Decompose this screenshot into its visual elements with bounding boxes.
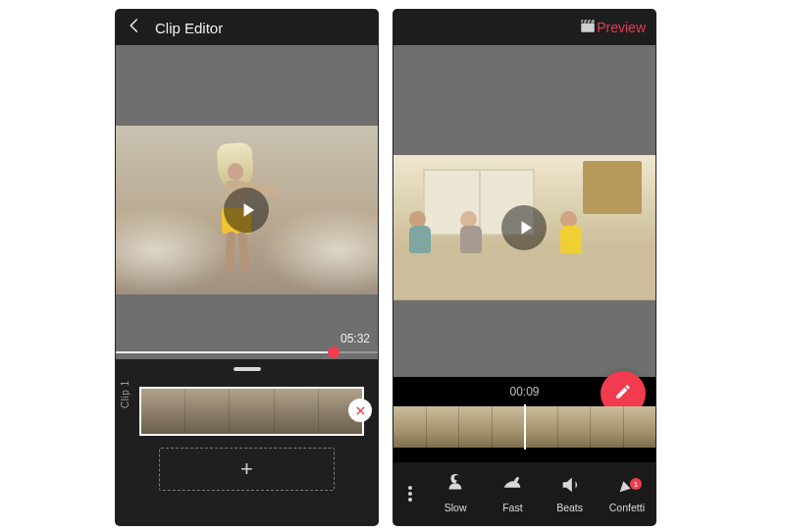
rabbit-icon <box>501 474 523 498</box>
video-preview-area <box>393 45 655 377</box>
clapperboard-icon[interactable] <box>579 17 597 38</box>
pencil-icon <box>614 383 632 404</box>
scrubber-knob[interactable] <box>328 346 340 358</box>
effect-label: Beats <box>556 502 583 513</box>
more-button[interactable] <box>393 486 427 502</box>
clip-thumbnail-strip[interactable] <box>139 387 364 436</box>
effect-beats[interactable]: Beats <box>542 474 599 513</box>
preview-screen: Preview 00:09 <box>393 10 655 525</box>
effects-toolbar: Slow Fast Beats 1 Confetti <box>393 462 655 525</box>
effect-fast[interactable]: Fast <box>484 474 541 513</box>
svg-rect-3 <box>581 24 595 32</box>
drag-handle-icon[interactable] <box>234 367 261 371</box>
timecode-label: 05:32 <box>340 332 370 346</box>
video-preview-area: 05:32 <box>116 45 378 359</box>
effect-confetti[interactable]: 1 Confetti <box>599 474 655 513</box>
playhead-icon[interactable] <box>524 404 526 450</box>
video-frame[interactable] <box>116 126 378 294</box>
header-bar: Preview <box>393 10 655 45</box>
clip-editor-screen: Clip Editor 05:32 <box>116 10 378 525</box>
notification-badge: 1 <box>630 478 642 490</box>
effect-label: Slow <box>445 502 467 513</box>
snail-icon <box>445 474 466 498</box>
svg-marker-8 <box>521 221 532 235</box>
remove-clip-button[interactable] <box>348 399 372 422</box>
video-frame[interactable] <box>393 155 655 300</box>
preview-link[interactable]: Preview <box>597 20 646 35</box>
clip-tray: Clip 1 + <box>116 359 378 525</box>
clip-index-label: Clip 1 <box>120 380 131 408</box>
effect-label: Confetti <box>609 502 645 513</box>
speaker-icon <box>559 474 581 498</box>
svg-marker-0 <box>243 203 254 217</box>
plus-icon: + <box>240 456 253 482</box>
play-button[interactable] <box>501 205 547 250</box>
effect-label: Fast <box>502 502 522 513</box>
scrubber-track[interactable] <box>116 351 378 353</box>
add-clip-button[interactable]: + <box>159 448 335 491</box>
effect-slow[interactable]: Slow <box>427 474 484 513</box>
header-bar: Clip Editor <box>116 10 378 45</box>
screen-title: Clip Editor <box>155 20 223 36</box>
back-icon[interactable] <box>126 17 143 38</box>
play-button[interactable] <box>224 187 269 233</box>
